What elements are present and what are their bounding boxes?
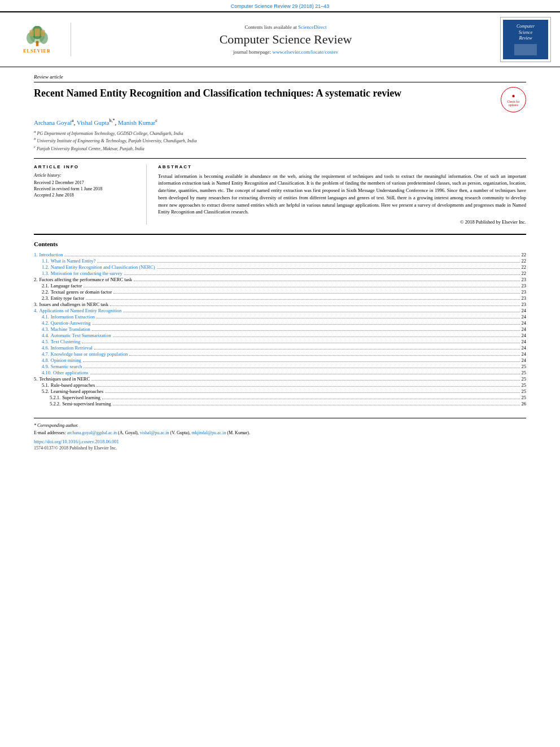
toc-dots <box>134 281 520 281</box>
toc-num: 2.1. <box>42 283 49 289</box>
email-addresses: E-mail addresses: archana.goyal@ggdsd.ac… <box>34 430 526 435</box>
toc-title: Learning-based approaches <box>51 388 103 394</box>
toc-page: 24 <box>522 351 527 357</box>
toc-title: Semi-supervised learning <box>62 401 111 407</box>
toc-page: 22 <box>522 264 527 270</box>
email-link-goyal[interactable]: archana.goyal@ggdsd.ac.in <box>67 430 117 435</box>
toc-row: 1.2.Named Entity Recognition and Classif… <box>34 264 526 270</box>
toc-num: 4.2. <box>42 320 49 326</box>
toc-row: 2.Factors affecting the performance of N… <box>34 277 526 282</box>
toc-title[interactable]: Named Entity Recognition and Classificat… <box>51 264 155 270</box>
toc-title: Techniques used in NERC <box>39 376 90 382</box>
toc-title[interactable]: Introduction <box>39 252 63 257</box>
article-info-heading: ARTICLE INFO <box>34 164 138 169</box>
toc-row: 5.2.Learning-based approaches25 <box>34 388 526 394</box>
page: Computer Science Review 29 (2018) 21–43 <box>0 0 560 747</box>
toc-dots <box>86 299 519 300</box>
toc-title[interactable]: Opinion mining <box>51 357 81 363</box>
abstract-heading: ABSTRACT <box>158 164 526 169</box>
email-link-kumar[interactable]: mkjindal@pu.ac.in <box>191 430 226 435</box>
toc-num: 1.2. <box>42 264 49 270</box>
author-kumar[interactable]: Manish Kumar <box>118 119 155 126</box>
check-updates-badge: ● Check for updates <box>501 87 526 112</box>
toc-num: 1. <box>34 252 37 257</box>
toc-dots <box>113 293 519 294</box>
science-direct-link[interactable]: ScienceDirect <box>298 24 326 30</box>
toc-title: Factors affecting the performance of NER… <box>39 277 132 282</box>
toc-title[interactable]: What is Named Entity? <box>51 258 96 264</box>
toc-num: 4.5. <box>42 339 49 344</box>
doi-anchor[interactable]: https://doi.org/10.1016/j.cosrev.2018.06… <box>34 439 119 444</box>
authors-line: Archana Goyala, Vishal Guptab,*, Manish … <box>34 118 526 126</box>
main-content: Review article Recent Named Entity Recog… <box>0 67 560 462</box>
toc-dots <box>113 405 520 405</box>
toc-dots <box>97 262 519 263</box>
corresponding-author-note: * Corresponding author. <box>34 423 526 428</box>
toc-page: 24 <box>522 339 527 344</box>
toc-title[interactable]: Motivation for conducting the survey <box>51 270 123 276</box>
toc-num: 4.3. <box>42 326 49 332</box>
toc-title[interactable]: Semantic search <box>51 364 82 369</box>
toc-page: 24 <box>522 320 527 326</box>
contents-heading: Contents <box>34 241 526 247</box>
toc-page: 25 <box>522 382 527 388</box>
affiliation-c: c Panjab University Regional Centre, Muk… <box>34 145 526 151</box>
toc-page: 23 <box>522 289 527 295</box>
toc-page: 23 <box>522 283 527 289</box>
toc-num: 5. <box>34 376 37 382</box>
toc-title: Supervised learning <box>62 395 100 400</box>
toc-page: 25 <box>522 395 527 400</box>
accepted-date: Accepted 2 June 2018 <box>34 193 138 198</box>
toc-num: 2.2. <box>42 289 49 295</box>
toc-dots <box>90 374 520 374</box>
toc-page: 25 <box>522 376 527 382</box>
toc-page: 24 <box>522 308 527 313</box>
toc-title: Entity type factor <box>51 295 84 301</box>
issn-line: 1574-0137/© 2018 Published by Elsevier I… <box>34 445 526 451</box>
copyright-line: © 2018 Published by Elsevier Inc. <box>158 219 526 225</box>
toc-title[interactable]: Automatic Text Summarization <box>51 333 111 338</box>
toc-row: 4.1.Information Extraction24 <box>34 314 526 320</box>
toc-num: 1.3. <box>42 270 49 276</box>
journal-cover-thumbnail: Computer Science Review <box>500 17 551 62</box>
abstract-column: ABSTRACT Textual information is becoming… <box>158 164 526 225</box>
toc-title[interactable]: Applications of Named Entity Recognition <box>39 308 121 313</box>
toc-title[interactable]: Information Retrieval <box>51 345 93 351</box>
toc-num: 4.10. <box>42 370 51 375</box>
toc-title[interactable]: Other applications <box>53 370 89 375</box>
header-center: Contents lists available at ScienceDirec… <box>77 24 495 55</box>
journal-title: Computer Science Review <box>82 32 489 47</box>
toc-dots <box>105 392 520 393</box>
toc-num: 2.3. <box>42 295 49 301</box>
toc-title[interactable]: Question-Answering <box>51 320 91 326</box>
author-gupta[interactable]: Vishal Gupta <box>77 119 110 126</box>
toc-row: 5.1.Rule-based approaches25 <box>34 382 526 388</box>
toc-title[interactable]: Text Clustering <box>51 339 81 344</box>
author-goyal[interactable]: Archana Goyal <box>34 119 72 126</box>
journal-citation-bar: Computer Science Review 29 (2018) 21–43 <box>0 0 560 11</box>
toc-dots <box>84 368 519 368</box>
svg-rect-5 <box>29 30 34 36</box>
toc-page: 23 <box>522 295 527 301</box>
toc-row: 4.5.Text Clustering24 <box>34 339 526 344</box>
toc-title[interactable]: Machine Translation <box>51 326 90 332</box>
elsevier-tree-svg <box>23 26 51 47</box>
email-link-gupta[interactable]: vishal@pu.ac.in <box>140 430 169 435</box>
toc-page: 23 <box>522 302 527 307</box>
paper-title-area: Recent Named Entity Recognition and Clas… <box>34 87 526 112</box>
toc-title[interactable]: Knowledge base or ontology population <box>51 351 128 357</box>
toc-dots <box>94 349 520 350</box>
toc-row: 2.2.Textual genres or domain factor23 <box>34 289 526 295</box>
toc-page: 22 <box>522 252 527 257</box>
article-info-column: ARTICLE INFO Article history: Received 2… <box>34 164 147 225</box>
toc-title[interactable]: Information Extraction <box>51 314 95 320</box>
toc-dots <box>110 305 520 306</box>
toc-page: 26 <box>522 401 527 407</box>
affiliation-b: b University Institute of Engineering & … <box>34 137 526 143</box>
elsevier-logo: ELSEVIER <box>12 23 63 56</box>
journal-homepage-link[interactable]: www.elsevier.com/locate/cosrev <box>273 49 338 55</box>
toc-row: 4.6.Information Retrieval24 <box>34 345 526 351</box>
cover-title: Computer Science Review <box>517 24 535 41</box>
toc-page: 24 <box>522 345 527 351</box>
toc-num: 5.2.1. <box>50 395 60 400</box>
